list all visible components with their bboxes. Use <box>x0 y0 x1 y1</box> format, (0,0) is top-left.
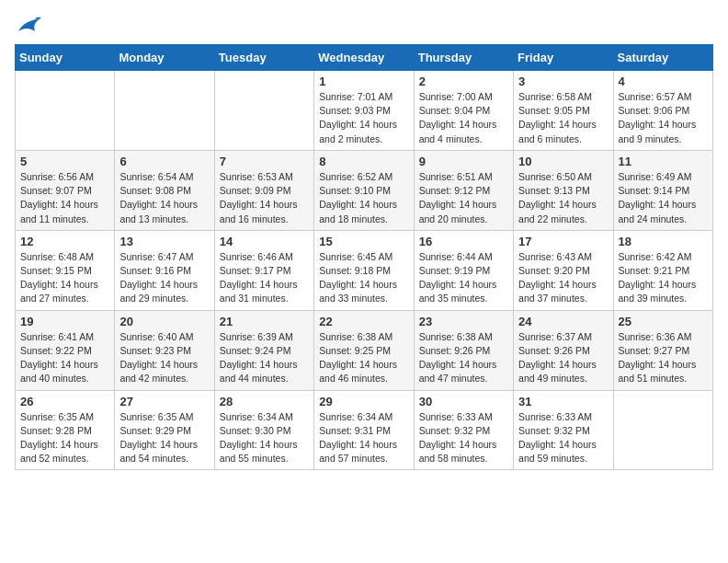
logo <box>15 15 42 35</box>
day-number: 1 <box>319 75 408 88</box>
cell-content: Sunrise: 6:57 AM Sunset: 9:06 PM Dayligh… <box>619 90 708 146</box>
calendar-cell: 7Sunrise: 6:53 AM Sunset: 9:09 PM Daylig… <box>214 150 313 230</box>
calendar-cell: 5Sunrise: 6:56 AM Sunset: 9:07 PM Daylig… <box>16 150 115 230</box>
calendar-cell: 9Sunrise: 6:51 AM Sunset: 9:12 PM Daylig… <box>414 150 513 230</box>
day-of-week-header: Tuesday <box>214 45 313 71</box>
day-of-week-header: Friday <box>514 45 613 71</box>
day-number: 11 <box>619 155 708 168</box>
day-number: 25 <box>619 315 708 328</box>
calendar-cell: 28Sunrise: 6:34 AM Sunset: 9:30 PM Dayli… <box>214 390 313 470</box>
cell-content: Sunrise: 6:58 AM Sunset: 9:05 PM Dayligh… <box>518 90 608 146</box>
day-number: 10 <box>518 155 608 168</box>
day-number: 24 <box>518 315 608 328</box>
calendar-cell <box>16 71 115 151</box>
cell-content: Sunrise: 6:50 AM Sunset: 9:13 PM Dayligh… <box>518 170 608 226</box>
calendar-cell: 31Sunrise: 6:33 AM Sunset: 9:32 PM Dayli… <box>514 390 613 470</box>
day-number: 26 <box>20 395 109 408</box>
cell-content: Sunrise: 6:47 AM Sunset: 9:16 PM Dayligh… <box>119 250 209 306</box>
calendar-cell: 11Sunrise: 6:49 AM Sunset: 9:14 PM Dayli… <box>613 150 712 230</box>
day-number: 7 <box>220 155 309 168</box>
cell-content: Sunrise: 6:42 AM Sunset: 9:21 PM Dayligh… <box>619 250 708 306</box>
day-of-week-header: Saturday <box>613 45 712 71</box>
day-number: 23 <box>419 315 508 328</box>
calendar-cell <box>115 71 214 151</box>
calendar-cell: 4Sunrise: 6:57 AM Sunset: 9:06 PM Daylig… <box>613 71 712 151</box>
day-number: 3 <box>518 75 608 88</box>
calendar-table: SundayMondayTuesdayWednesdayThursdayFrid… <box>15 44 713 470</box>
cell-content: Sunrise: 6:39 AM Sunset: 9:24 PM Dayligh… <box>220 330 309 386</box>
cell-content: Sunrise: 6:37 AM Sunset: 9:26 PM Dayligh… <box>518 330 608 386</box>
calendar-cell: 10Sunrise: 6:50 AM Sunset: 9:13 PM Dayli… <box>514 150 613 230</box>
day-of-week-header: Monday <box>115 45 214 71</box>
day-number: 22 <box>319 315 408 328</box>
calendar-cell: 3Sunrise: 6:58 AM Sunset: 9:05 PM Daylig… <box>514 71 613 151</box>
cell-content: Sunrise: 6:41 AM Sunset: 9:22 PM Dayligh… <box>20 330 109 386</box>
cell-content: Sunrise: 7:01 AM Sunset: 9:03 PM Dayligh… <box>319 90 408 146</box>
cell-content: Sunrise: 6:46 AM Sunset: 9:17 PM Dayligh… <box>220 250 309 306</box>
calendar-cell: 18Sunrise: 6:42 AM Sunset: 9:21 PM Dayli… <box>613 230 712 310</box>
calendar-cell: 25Sunrise: 6:36 AM Sunset: 9:27 PM Dayli… <box>613 310 712 390</box>
day-number: 8 <box>319 155 408 168</box>
day-number: 29 <box>319 395 408 408</box>
calendar-cell: 23Sunrise: 6:38 AM Sunset: 9:26 PM Dayli… <box>414 310 513 390</box>
day-number: 18 <box>619 235 708 248</box>
day-number: 6 <box>119 155 209 168</box>
cell-content: Sunrise: 6:49 AM Sunset: 9:14 PM Dayligh… <box>619 170 708 226</box>
day-number: 13 <box>119 235 209 248</box>
calendar-cell: 20Sunrise: 6:40 AM Sunset: 9:23 PM Dayli… <box>115 310 214 390</box>
day-of-week-header: Sunday <box>16 45 115 71</box>
cell-content: Sunrise: 6:44 AM Sunset: 9:19 PM Dayligh… <box>419 250 508 306</box>
cell-content: Sunrise: 6:35 AM Sunset: 9:29 PM Dayligh… <box>119 410 209 466</box>
calendar-cell: 16Sunrise: 6:44 AM Sunset: 9:19 PM Dayli… <box>414 230 513 310</box>
day-number: 30 <box>419 395 508 408</box>
cell-content: Sunrise: 6:51 AM Sunset: 9:12 PM Dayligh… <box>419 170 508 226</box>
cell-content: Sunrise: 6:45 AM Sunset: 9:18 PM Dayligh… <box>319 250 408 306</box>
calendar-cell: 30Sunrise: 6:33 AM Sunset: 9:32 PM Dayli… <box>414 390 513 470</box>
calendar-cell: 26Sunrise: 6:35 AM Sunset: 9:28 PM Dayli… <box>16 390 115 470</box>
day-number: 2 <box>419 75 508 88</box>
day-number: 17 <box>518 235 608 248</box>
calendar-cell: 24Sunrise: 6:37 AM Sunset: 9:26 PM Dayli… <box>514 310 613 390</box>
calendar-cell: 15Sunrise: 6:45 AM Sunset: 9:18 PM Dayli… <box>314 230 414 310</box>
calendar-cell: 19Sunrise: 6:41 AM Sunset: 9:22 PM Dayli… <box>16 310 115 390</box>
calendar-cell: 21Sunrise: 6:39 AM Sunset: 9:24 PM Dayli… <box>214 310 313 390</box>
day-number: 4 <box>619 75 708 88</box>
day-of-week-header: Thursday <box>414 45 513 71</box>
calendar-cell: 14Sunrise: 6:46 AM Sunset: 9:17 PM Dayli… <box>214 230 313 310</box>
day-number: 21 <box>220 315 309 328</box>
cell-content: Sunrise: 6:34 AM Sunset: 9:31 PM Dayligh… <box>319 410 408 466</box>
day-number: 15 <box>319 235 408 248</box>
calendar-cell <box>613 390 712 470</box>
calendar-cell: 8Sunrise: 6:52 AM Sunset: 9:10 PM Daylig… <box>314 150 414 230</box>
calendar-cell: 6Sunrise: 6:54 AM Sunset: 9:08 PM Daylig… <box>115 150 214 230</box>
calendar-cell: 22Sunrise: 6:38 AM Sunset: 9:25 PM Dayli… <box>314 310 414 390</box>
day-number: 31 <box>518 395 608 408</box>
calendar-cell: 29Sunrise: 6:34 AM Sunset: 9:31 PM Dayli… <box>314 390 414 470</box>
day-number: 27 <box>119 395 209 408</box>
cell-content: Sunrise: 6:36 AM Sunset: 9:27 PM Dayligh… <box>619 330 708 386</box>
day-number: 20 <box>119 315 209 328</box>
cell-content: Sunrise: 6:33 AM Sunset: 9:32 PM Dayligh… <box>419 410 508 466</box>
calendar-cell: 2Sunrise: 7:00 AM Sunset: 9:04 PM Daylig… <box>414 71 513 151</box>
cell-content: Sunrise: 6:48 AM Sunset: 9:15 PM Dayligh… <box>20 250 109 306</box>
calendar-cell: 13Sunrise: 6:47 AM Sunset: 9:16 PM Dayli… <box>115 230 214 310</box>
cell-content: Sunrise: 7:00 AM Sunset: 9:04 PM Dayligh… <box>419 90 508 146</box>
cell-content: Sunrise: 6:52 AM Sunset: 9:10 PM Dayligh… <box>319 170 408 226</box>
cell-content: Sunrise: 6:54 AM Sunset: 9:08 PM Dayligh… <box>119 170 209 226</box>
calendar-cell: 17Sunrise: 6:43 AM Sunset: 9:20 PM Dayli… <box>514 230 613 310</box>
day-number: 19 <box>20 315 109 328</box>
cell-content: Sunrise: 6:40 AM Sunset: 9:23 PM Dayligh… <box>119 330 209 386</box>
cell-content: Sunrise: 6:33 AM Sunset: 9:32 PM Dayligh… <box>518 410 608 466</box>
day-number: 12 <box>20 235 109 248</box>
calendar-cell <box>214 71 313 151</box>
cell-content: Sunrise: 6:43 AM Sunset: 9:20 PM Dayligh… <box>518 250 608 306</box>
page-header <box>15 15 713 35</box>
day-number: 16 <box>419 235 508 248</box>
calendar-cell: 12Sunrise: 6:48 AM Sunset: 9:15 PM Dayli… <box>16 230 115 310</box>
cell-content: Sunrise: 6:38 AM Sunset: 9:26 PM Dayligh… <box>419 330 508 386</box>
calendar-cell: 27Sunrise: 6:35 AM Sunset: 9:29 PM Dayli… <box>115 390 214 470</box>
cell-content: Sunrise: 6:35 AM Sunset: 9:28 PM Dayligh… <box>20 410 109 466</box>
calendar-cell: 1Sunrise: 7:01 AM Sunset: 9:03 PM Daylig… <box>314 71 414 151</box>
day-number: 14 <box>220 235 309 248</box>
cell-content: Sunrise: 6:56 AM Sunset: 9:07 PM Dayligh… <box>20 170 109 226</box>
